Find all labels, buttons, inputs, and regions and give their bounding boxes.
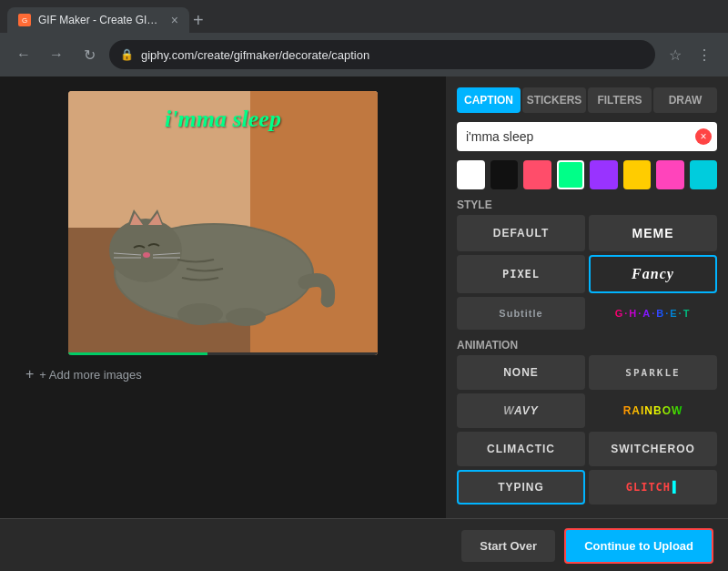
anim-none[interactable]: NONE (457, 355, 585, 390)
animation-section: Animation NONE SPARKLE WAVY RAINBOW CLIM… (457, 339, 717, 505)
lock-icon: 🔒 (120, 48, 134, 61)
progress-bar (68, 352, 378, 355)
anim-climactic[interactable]: CLIMACTIC (457, 432, 585, 466)
color-swatch-yellow[interactable] (623, 160, 652, 189)
caption-input[interactable] (457, 122, 717, 151)
browser-tab[interactable]: G GIF Maker - Create GIFs from Vid... × (7, 7, 189, 33)
anim-glitch[interactable]: GLITCH▌ (589, 470, 717, 505)
start-over-button[interactable]: Start Over (461, 530, 555, 562)
anim-typing[interactable]: TYPING (457, 470, 585, 505)
tab-filters[interactable]: Filters (588, 87, 652, 113)
tab-title: GIF Maker - Create GIFs from Vid... (38, 14, 164, 26)
nav-icons: ☆ ⋮ (662, 42, 717, 67)
style-section-label: Style (457, 199, 717, 211)
bookmark-button[interactable]: ☆ (662, 42, 688, 67)
bottom-bar: Start Over Continue to Upload (0, 518, 728, 571)
tab-close-icon[interactable]: × (171, 13, 178, 27)
caption-input-wrapper: × (457, 122, 717, 151)
anim-rainbow[interactable]: RAINBOW (589, 393, 717, 428)
anim-sparkle[interactable]: SPARKLE (589, 355, 717, 390)
add-more-images[interactable]: + + Add more images (15, 366, 142, 382)
svg-point-13 (143, 252, 150, 258)
nav-bar: ← → ↻ 🔒 giphy.com/create/gifmaker/decora… (0, 33, 728, 76)
style-default[interactable]: DEFAULT (457, 215, 585, 251)
color-swatch-red[interactable] (523, 160, 551, 189)
left-panel: i'mma sleep + + Add more images (0, 76, 446, 518)
color-swatch-black[interactable] (490, 160, 519, 189)
tab-caption[interactable]: Caption (457, 87, 521, 113)
add-more-label: + Add more images (39, 368, 141, 382)
continue-upload-button[interactable]: Continue to Upload (564, 528, 713, 564)
clear-input-button[interactable]: × (695, 128, 712, 145)
svg-point-18 (177, 303, 223, 325)
style-grid: DEFAULT MEME PIXEL Fancy Subtitle G·H·A·… (457, 215, 717, 330)
forward-button[interactable]: → (44, 42, 69, 67)
style-alphabet[interactable]: G·H·A·B·E·T (589, 297, 717, 330)
browser-chrome: G GIF Maker - Create GIFs from Vid... × … (0, 0, 728, 76)
style-meme[interactable]: MEME (589, 215, 717, 251)
address-bar[interactable]: 🔒 giphy.com/create/gifmaker/decorate/cap… (109, 40, 655, 69)
new-tab-button[interactable]: + (193, 10, 204, 31)
tab-bar: G GIF Maker - Create GIFs from Vid... × … (0, 0, 728, 33)
color-swatch-green[interactable] (557, 160, 585, 189)
tab-favicon: G (18, 14, 31, 26)
animation-grid: NONE SPARKLE WAVY RAINBOW CLIMACTIC SWIT… (457, 355, 717, 505)
style-subtitle[interactable]: Subtitle (457, 297, 585, 330)
svg-text:G: G (22, 16, 27, 25)
menu-button[interactable]: ⋮ (692, 42, 717, 67)
back-button[interactable]: ← (11, 42, 36, 67)
svg-point-8 (109, 219, 182, 282)
color-swatch-pink[interactable] (656, 160, 684, 189)
animation-section-label: Animation (457, 339, 717, 352)
color-swatch-teal[interactable] (690, 160, 718, 189)
style-pixel[interactable]: PIXEL (457, 255, 585, 293)
mode-tabs: Caption Stickers Filters Draw (457, 87, 717, 113)
color-swatches (457, 160, 717, 189)
tab-stickers[interactable]: Stickers (522, 87, 586, 113)
right-panel: Caption Stickers Filters Draw × Style DE… (446, 76, 728, 518)
progress-fill (68, 352, 207, 355)
anim-switcheroo[interactable]: SWITCHEROO (589, 432, 717, 466)
tab-draw[interactable]: Draw (653, 87, 717, 113)
svg-point-19 (226, 308, 266, 326)
image-container: i'mma sleep (68, 91, 378, 355)
color-swatch-purple[interactable] (590, 160, 618, 189)
reload-button[interactable]: ↻ (76, 42, 102, 67)
url-text: giphy.com/create/gifmaker/decorate/capti… (141, 48, 369, 62)
style-section: Style DEFAULT MEME PIXEL Fancy Subtitle … (457, 199, 717, 330)
anim-wavy[interactable]: WAVY (457, 393, 585, 428)
style-fancy[interactable]: Fancy (589, 255, 717, 293)
caption-overlay: i'mma sleep (165, 106, 281, 133)
color-swatch-white[interactable] (457, 160, 485, 189)
add-more-icon: + (25, 366, 34, 382)
